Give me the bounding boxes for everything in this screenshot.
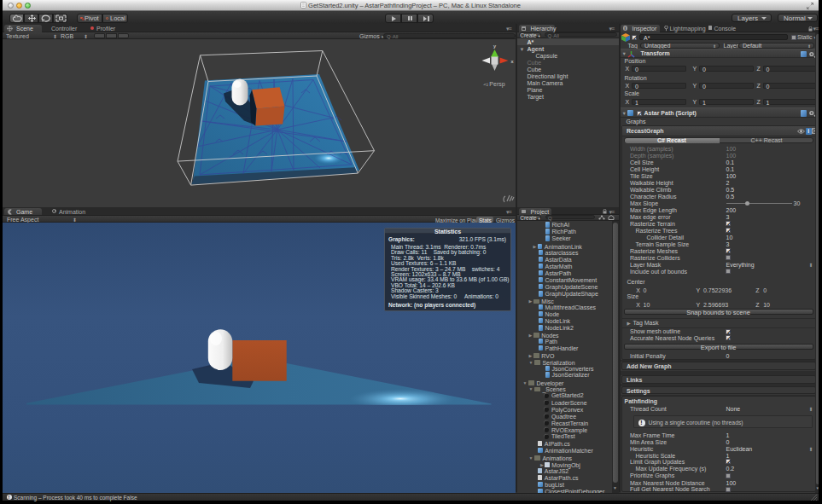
svg-text:◅ Persp: ◅ Persp (483, 81, 505, 88)
svg-text:y: y (493, 43, 496, 49)
svg-text:x: x (511, 58, 514, 63)
